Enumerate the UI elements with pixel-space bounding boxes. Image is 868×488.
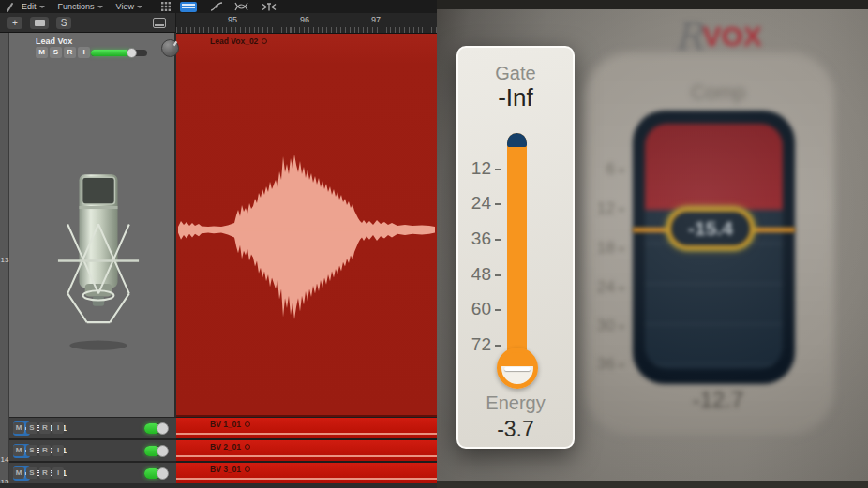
menubar: Edit Functions View	[0, 0, 437, 13]
app-window: Edit Functions View	[0, 0, 868, 488]
crossfade-icon[interactable]	[234, 0, 248, 13]
display-icon[interactable]	[153, 18, 166, 28]
comp-output-value: -12.7	[662, 387, 774, 413]
track-on-toggle[interactable]	[144, 423, 169, 434]
energy-value: -3.7	[458, 417, 573, 442]
track-on-toggle[interactable]	[144, 468, 169, 479]
automation-icon[interactable]	[210, 0, 223, 13]
grid-view-icon[interactable]	[161, 0, 171, 13]
energy-label: Energy	[458, 392, 573, 414]
tick-mark	[619, 364, 624, 366]
audio-region-lead-vox[interactable]: Lead Vox_02	[176, 34, 437, 417]
chevron-down-icon	[97, 6, 103, 8]
tick-mark	[619, 209, 624, 211]
loop-indicator-icon	[262, 38, 267, 44]
gate-slider-track[interactable]	[507, 133, 527, 367]
rvox-logo-script-r: R	[674, 15, 702, 58]
input-button[interactable]: I	[78, 47, 90, 58]
track-header-config-icon[interactable]	[30, 17, 49, 29]
solo-button[interactable]: S	[26, 467, 37, 479]
ruler-ticks	[176, 27, 437, 34]
menu-functions[interactable]: Functions	[58, 2, 103, 11]
comp-scale-value: 24	[597, 278, 615, 296]
tick-mark	[619, 288, 624, 289]
track-state-buttons: M S R I	[13, 445, 64, 456]
gate-scale-value: 24	[471, 193, 491, 213]
waveform-line	[176, 455, 437, 457]
menu-edit[interactable]: Edit	[22, 2, 45, 11]
timeline-ruler[interactable]: 95 96 97	[176, 13, 437, 34]
pan-knob[interactable]	[161, 39, 179, 57]
track-header-lead-vox[interactable]: Lead Vox M S R I	[9, 33, 176, 417]
volume-slider[interactable]	[91, 50, 147, 56]
input-button[interactable]: I	[52, 467, 64, 479]
menu-view-label: View	[116, 2, 134, 11]
pan-knob-notch	[173, 41, 177, 46]
toggle-knob[interactable]	[157, 422, 169, 435]
add-track-button[interactable]: +	[7, 17, 22, 29]
gate-scale-value: 36	[471, 229, 491, 248]
input-button[interactable]: I	[52, 445, 64, 456]
region-name: BV 1_01	[210, 420, 241, 429]
rvox-plugin-photo: RVOX Comp -15.4 6 12 18 24 30 36 -12.7 G…	[437, 0, 868, 488]
comp-scale-value: 36	[597, 355, 615, 373]
input-button[interactable]: I	[52, 422, 64, 434]
gate-value: -Inf	[458, 83, 573, 112]
mute-button[interactable]: M	[13, 445, 24, 456]
tracks-view-icon[interactable]	[180, 0, 197, 13]
solo-button[interactable]: S	[26, 422, 37, 434]
mute-button[interactable]: M	[13, 422, 24, 434]
tracks-view-active-button[interactable]	[180, 2, 197, 12]
waveform-line	[176, 433, 437, 435]
gate-scale-label: 60	[460, 299, 501, 318]
display-icon-bar	[155, 24, 164, 26]
track-on-toggle[interactable]	[144, 446, 169, 456]
tick-mark	[619, 170, 624, 171]
tick-mark	[495, 169, 501, 171]
track-header-bv1[interactable]: M S R I BV 1_01	[9, 418, 176, 438]
solo-button[interactable]: S	[56, 17, 71, 29]
region-name: BV 2_01	[210, 442, 241, 451]
track-name: Lead Vox	[36, 37, 72, 46]
gate-title: Gate	[458, 63, 573, 84]
tool-icon[interactable]	[6, 0, 14, 13]
solo-button[interactable]: S	[50, 47, 62, 58]
loop-indicator-icon	[245, 444, 250, 450]
track-header-bv3[interactable]: M S R I BV 3_01	[9, 463, 176, 483]
region-label: BV 3_01	[210, 465, 250, 474]
volume-slider-handle[interactable]	[127, 48, 137, 58]
comp-scale-value: 6	[606, 160, 615, 178]
track-number: 13	[0, 256, 9, 264]
tick-mark	[619, 248, 624, 250]
track-header-bv2[interactable]: M S R I BV 2_01	[9, 440, 176, 461]
comp-gain-reduction-badge: -15.4	[667, 208, 754, 249]
region-name: BV 3_01	[210, 465, 241, 474]
tick-mark	[495, 309, 501, 312]
record-button[interactable]: R	[64, 47, 76, 58]
solo-button[interactable]: S	[26, 445, 37, 456]
track-number-gutter: 13 14 15 16	[0, 33, 9, 488]
rvox-logo: RVOX	[648, 15, 788, 58]
audio-region-bv2[interactable]: BV 2_01	[176, 440, 437, 461]
tick-mark	[495, 203, 501, 206]
track-number: 14	[0, 455, 9, 464]
gate-scale-value: 48	[471, 264, 491, 284]
gate-knob-line	[504, 367, 531, 371]
mute-button[interactable]: M	[36, 47, 48, 58]
record-button[interactable]: R	[39, 467, 51, 479]
tick-mark	[495, 345, 501, 348]
record-button[interactable]: R	[39, 445, 51, 456]
record-button[interactable]: R	[39, 422, 51, 434]
audio-region-bv3[interactable]: BV 3_01	[176, 463, 437, 483]
audio-region-bv1[interactable]: BV 1_01	[176, 418, 437, 438]
toggle-knob[interactable]	[157, 467, 169, 480]
toggle-knob[interactable]	[157, 445, 169, 457]
gate-slider-knob[interactable]	[497, 348, 538, 389]
loop-indicator-icon	[245, 466, 250, 472]
gate-panel: Gate -Inf 12 24 36 48 60 72 Energy -3.7	[456, 46, 575, 449]
waveform	[176, 126, 437, 333]
menu-view[interactable]: View	[116, 2, 142, 11]
filter-icon[interactable]	[262, 0, 277, 13]
mute-button[interactable]: M	[13, 467, 24, 479]
microphone-image	[47, 169, 150, 356]
